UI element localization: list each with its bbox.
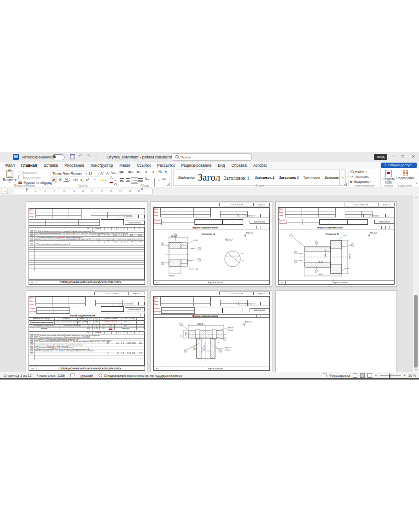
search-input[interactable]: Поиск xyxy=(172,153,252,161)
ribbon-tab-конструктор[interactable]: Конструктор xyxy=(87,162,116,169)
numbering-icon[interactable]: ≕▾ xyxy=(128,170,133,174)
underline-dropdown-icon[interactable]: ▾ xyxy=(69,179,70,181)
word-count[interactable]: Число слов: 1169 xyxy=(37,374,64,378)
share-button[interactable]: ↗ Общий доступ ▾ xyxy=(381,163,417,168)
print-layout-icon[interactable] xyxy=(360,373,365,378)
subscript-button[interactable]: x₂ xyxy=(79,177,85,182)
ribbon-tab-макет[interactable]: Макет xyxy=(116,162,134,169)
page-4-operation-card[interactable]: ГОСТ 3.1404-86Форма 3 Дубл. Взам. Подл. … xyxy=(26,290,147,372)
styles-dialog-launcher[interactable] xyxy=(344,183,347,186)
svg-text:3: 3 xyxy=(316,241,317,243)
zoom-level[interactable]: 50 % xyxy=(408,374,416,378)
superscript-button[interactable]: x² xyxy=(85,177,90,182)
focus-mode[interactable]: Фокусировка xyxy=(329,374,350,378)
accessibility-status[interactable]: Специальные возможности: не поддерживают… xyxy=(104,374,182,378)
language-indicator[interactable]: русский xyxy=(81,374,93,378)
page-2-sketch-card[interactable]: ГОСТ 3.1105-84Форма 7 Дубл. Взам. Подл. … xyxy=(151,201,272,286)
ribbon-tab-справка[interactable]: Справка xyxy=(228,162,250,169)
multilevel-list-icon[interactable]: ≣▾ xyxy=(136,170,140,174)
justify-button[interactable] xyxy=(137,177,144,183)
replace-button[interactable]: ⇄Заменить xyxy=(350,175,369,179)
select-button[interactable]: Выделить▾ xyxy=(350,180,372,183)
horizontal-ruler[interactable]: 2468101214161820222426 xyxy=(14,189,153,194)
signin-button[interactable]: Вход xyxy=(374,154,387,160)
style-item-3[interactable]: Заголовок 2 xyxy=(255,175,274,180)
ribbon-tab-вставка[interactable]: Вставка xyxy=(40,162,61,169)
ribbon-tab-вид[interactable]: Вид xyxy=(215,162,228,169)
line-spacing-icon[interactable]: ⇅▾ xyxy=(145,177,149,181)
read-mode-icon[interactable] xyxy=(353,373,357,378)
highlight-dropdown-icon[interactable]: ▾ xyxy=(105,179,106,181)
ribbon-tab-рассылки[interactable]: Рассылки xyxy=(154,162,178,169)
style-item-2[interactable]: Заголовок 1 xyxy=(224,175,249,181)
text-effects-button[interactable]: А xyxy=(92,177,98,182)
style-item-1[interactable]: Загол xyxy=(198,172,221,183)
part-name: Втулка соединительная xyxy=(154,227,256,229)
qat-customize-icon[interactable]: ▾ xyxy=(95,155,97,158)
title-dropdown-icon[interactable]: ▾ xyxy=(146,155,148,158)
sort-icon[interactable]: Я↓ xyxy=(158,170,163,173)
underline-button[interactable]: Ч xyxy=(64,177,69,182)
style-item-6[interactable]: Заголовок 5 xyxy=(325,175,340,180)
align-center-button[interactable] xyxy=(125,177,131,183)
scroll-down-icon[interactable]: ▾ xyxy=(413,368,419,371)
change-case-button[interactable]: Аа▾ xyxy=(111,170,116,175)
close-button[interactable]: ✕ xyxy=(412,154,415,159)
font-family-select[interactable]: Times New Roman▾ xyxy=(51,170,88,176)
style-item-0[interactable]: Выделение xyxy=(178,175,195,180)
font-color-dropdown-icon[interactable]: ▾ xyxy=(115,179,116,181)
zoom-in-icon[interactable]: + xyxy=(404,374,406,378)
paragraph-dialog-launcher[interactable] xyxy=(167,183,170,186)
page-3-sketch-card[interactable]: ГОСТ 3.1105-84Форма 7 Дубл. Взам. Подл. … xyxy=(275,201,397,286)
style-item-5[interactable]: Заголовок xyxy=(303,175,320,180)
align-left-button[interactable] xyxy=(119,177,125,183)
shrink-font-button[interactable]: А˅ xyxy=(105,170,111,175)
page-5-sketch-card[interactable]: ГОСТ 3.1105-84Форма 7 Дубл. Взам. Подл. … xyxy=(151,290,272,372)
paste-button[interactable]: Вставить ▾ xyxy=(3,170,17,184)
increase-indent-icon[interactable]: ⇥ xyxy=(151,170,154,174)
zoom-out-icon[interactable]: − xyxy=(375,374,377,378)
pilcrow-icon[interactable]: ¶ xyxy=(165,170,167,174)
save-icon[interactable] xyxy=(70,154,75,159)
bold-button[interactable]: Ж xyxy=(51,177,57,183)
page-indicator[interactable]: Страница 1 из 12 xyxy=(4,374,31,378)
zoom-slider-thumb[interactable] xyxy=(389,374,390,378)
borders-icon[interactable]: ⊞▾ xyxy=(162,177,166,181)
ribbon-tab-acrobat[interactable]: Acrobat xyxy=(250,162,270,169)
ribbon-tab-ссылки[interactable]: Ссылки xyxy=(134,162,154,169)
indent-marker-right[interactable] xyxy=(141,188,143,190)
undo-icon[interactable]: ↶ xyxy=(78,153,82,158)
vertical-scrollbar[interactable]: ▴ ▾ xyxy=(413,195,419,372)
collapse-ribbon-icon[interactable]: ∨ xyxy=(415,181,418,185)
page-6-blank[interactable] xyxy=(275,290,397,372)
zoom-slider[interactable] xyxy=(380,375,401,376)
scroll-up-icon[interactable]: ▴ xyxy=(413,195,419,199)
autosave-toggle[interactable] xyxy=(52,154,64,160)
addins-button[interactable]: Надстройки xyxy=(399,170,411,180)
grow-font-button[interactable]: А˄ xyxy=(99,170,105,175)
cut-button[interactable]: ✂Вырезать xyxy=(18,170,37,174)
restore-button[interactable]: □ xyxy=(402,154,404,159)
strikethrough-button[interactable]: ab xyxy=(73,177,78,182)
decrease-indent-icon[interactable]: ⇤ xyxy=(145,170,149,174)
ribbon-tab-рисование[interactable]: Рисование xyxy=(61,162,87,169)
highlight-button[interactable] xyxy=(99,176,105,182)
redo-icon[interactable]: ↷ xyxy=(87,153,90,158)
font-dialog-launcher[interactable] xyxy=(114,183,116,186)
copy-button[interactable]: Копировать xyxy=(18,175,41,180)
find-button[interactable]: Найти▾ xyxy=(350,170,367,173)
scrollbar-thumb[interactable] xyxy=(414,295,418,368)
clipboard-dialog-launcher[interactable] xyxy=(45,183,47,186)
proofing-icon[interactable] xyxy=(70,374,75,377)
page-1-operation-card[interactable]: Дубл. Взам. Подл. 114000017 60140000002 … xyxy=(26,201,147,286)
minimize-button[interactable]: — xyxy=(391,154,396,159)
italic-button[interactable]: К xyxy=(58,177,63,182)
ribbon-tab-рецензирование[interactable]: Рецензирование xyxy=(178,162,215,169)
font-color-button[interactable]: А xyxy=(109,176,114,181)
style-item-4[interactable]: Заголовок 3 xyxy=(279,175,299,180)
web-layout-icon[interactable] xyxy=(367,373,372,378)
bullets-icon[interactable]: ≔▾ xyxy=(120,170,125,174)
ribbon-tab-файл[interactable]: Файл xyxy=(2,162,18,169)
shading-dropdown-icon[interactable]: ▾ xyxy=(158,179,160,182)
tab-selector[interactable]: ⌐ xyxy=(3,189,8,194)
